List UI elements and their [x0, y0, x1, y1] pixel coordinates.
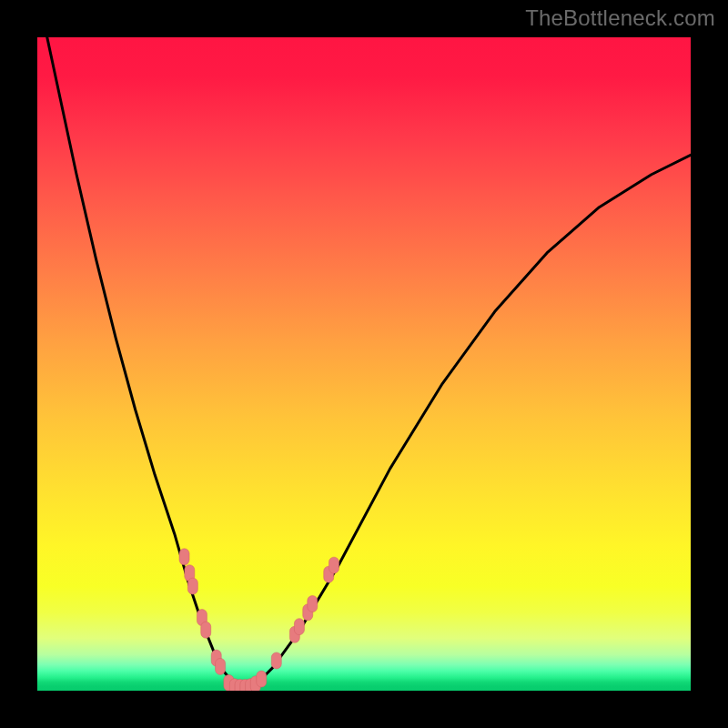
data-marker — [271, 652, 281, 669]
watermark-text: TheBottleneck.com — [525, 5, 715, 31]
data-marker — [257, 671, 267, 687]
data-marker — [179, 549, 189, 565]
data-marker — [308, 596, 318, 612]
data-marker — [294, 619, 304, 635]
data-marker — [201, 622, 211, 638]
bottleneck-chart — [37, 37, 691, 691]
bottleneck-curve — [37, 37, 691, 687]
data-marker — [329, 557, 339, 573]
data-marker — [216, 658, 226, 674]
data-marker — [187, 578, 197, 594]
